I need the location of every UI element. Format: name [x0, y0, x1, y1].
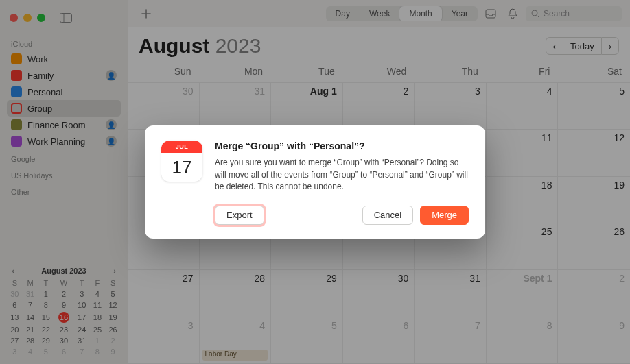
dialog-body-text: Are you sure you want to merge “Group” w… [215, 157, 469, 193]
calendar-app-icon: JUL 17 [161, 141, 202, 182]
merge-button[interactable]: Merge [420, 206, 469, 225]
export-button[interactable]: Export [215, 206, 264, 225]
modal-overlay: JUL 17 Merge “Group” with “Personal”? Ar… [0, 0, 630, 364]
dialog-title: Merge “Group” with “Personal”? [215, 141, 469, 151]
calendar-icon-day: 17 [172, 153, 192, 182]
merge-dialog: JUL 17 Merge “Group” with “Personal”? Ar… [145, 125, 485, 238]
calendar-icon-month: JUL [161, 141, 202, 153]
cancel-button[interactable]: Cancel [362, 206, 413, 225]
